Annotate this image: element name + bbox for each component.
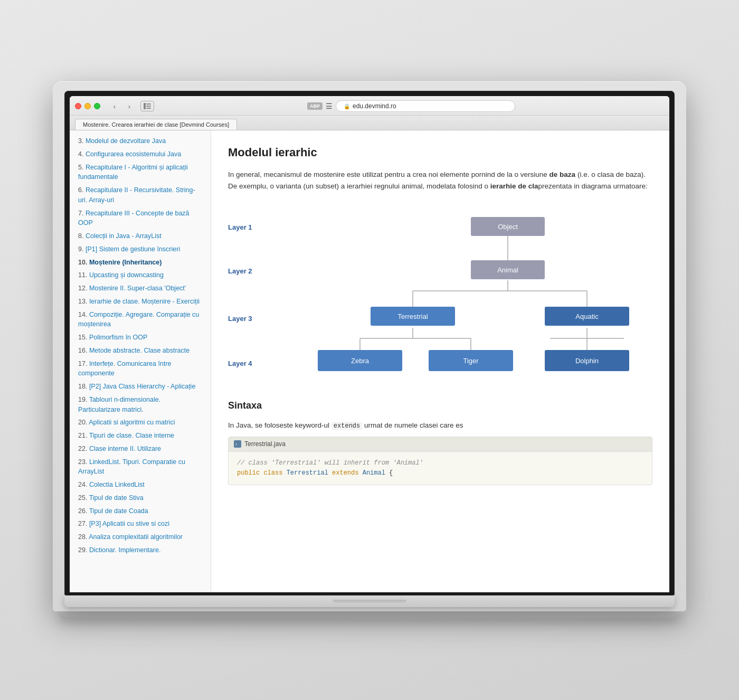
animal-label: Animal bbox=[497, 266, 518, 274]
browser-content: 3. Modelul de dezvoltare Java 4. Configu… bbox=[70, 130, 669, 592]
layer2-label: Layer 2 bbox=[228, 267, 252, 275]
terrestrial-classname: Terrestrial bbox=[287, 469, 328, 477]
sidebar-item-27[interactable]: 27. [P3] Aplicatii cu stive si cozi bbox=[70, 517, 211, 531]
url-text: edu.devmind.ro bbox=[353, 102, 396, 110]
aquatic-label: Aquatic bbox=[575, 313, 599, 320]
sidebar-item-14[interactable]: 14. Compoziție. Agregare. Comparație cu … bbox=[70, 308, 211, 332]
sidebar-item-6[interactable]: 6. Recapitulare II - Recursivitate. Stri… bbox=[70, 184, 211, 207]
sidebar-item-23[interactable]: 23. LinkedList. Tipuri. Comparatie cu Ar… bbox=[70, 456, 211, 479]
layer1-label: Layer 1 bbox=[228, 223, 252, 231]
code-tab-bar: J Terrestrial.java bbox=[229, 437, 652, 452]
sidebar-item-10[interactable]: 10. Moștenire (Inheritance) bbox=[70, 256, 211, 269]
layer4-label: Layer 4 bbox=[228, 360, 252, 367]
laptop-bottom bbox=[64, 595, 675, 607]
sidebar-item-15[interactable]: 15. Polimorfism în OOP bbox=[70, 331, 211, 344]
active-tab[interactable]: Mostenire. Crearea ierarhiei de clase [D… bbox=[75, 119, 237, 130]
sidebar-item-20[interactable]: 20. Aplicatii si algoritmi cu matrici bbox=[70, 416, 211, 429]
java-file-icon: J bbox=[234, 440, 241, 448]
close-button[interactable] bbox=[75, 103, 81, 109]
code-line-2: public class Terrestrial extends bbox=[237, 468, 643, 478]
minimize-button[interactable] bbox=[84, 103, 91, 109]
sidebar-item-17[interactable]: 17. Interfețe. Comunicarea între compone… bbox=[70, 357, 211, 381]
svg-text:J: J bbox=[235, 442, 237, 447]
sidebar-item-13[interactable]: 13. Ierarhie de clase. Moștenire - Exerc… bbox=[70, 295, 211, 308]
syntax-paragraph: In Java, se foloseste keyword-ul extends… bbox=[228, 420, 652, 431]
zebra-label: Zebra bbox=[351, 357, 369, 365]
sidebar-item-5[interactable]: 5. Recapitulare I - Algoritmi și aplicaț… bbox=[70, 161, 211, 184]
sidebar-item-19[interactable]: 19. Tablouri n-dimensionale. Particulari… bbox=[70, 393, 211, 417]
syntax-title: Sintaxa bbox=[228, 398, 652, 413]
sidebar-item-7[interactable]: 7. Recapitulare III - Concepte de bază O… bbox=[70, 207, 211, 230]
sidebar-item-16[interactable]: 16. Metode abstracte. Clase abstracte bbox=[70, 344, 211, 357]
sidebar-item-21[interactable]: 21. Tipuri de clase. Clase interne bbox=[70, 429, 211, 442]
code-content: // class 'Terrestrial' will inherit from… bbox=[229, 452, 652, 485]
browser-chrome: ‹ › ABP ☰ bbox=[70, 96, 669, 116]
code-line-1: // class 'Terrestrial' will inherit from… bbox=[237, 458, 643, 468]
maximize-button[interactable] bbox=[94, 103, 100, 109]
animal-classname: Animal bbox=[363, 469, 385, 477]
sidebar-item-29[interactable]: 29. Dictionar. Implementare. bbox=[70, 544, 211, 557]
address-bar-container: ABP ☰ 🔒 edu.devmind.ro bbox=[158, 100, 664, 112]
svg-rect-1 bbox=[146, 103, 151, 105]
main-content: Modelul ierarhic In general, mecanismul … bbox=[211, 130, 669, 592]
class-keyword: class bbox=[263, 469, 282, 477]
adblock-button[interactable]: ABP bbox=[307, 102, 323, 110]
back-button[interactable]: ‹ bbox=[108, 101, 121, 111]
sidebar-item-24[interactable]: 24. Colectia LinkedList bbox=[70, 478, 211, 491]
address-bar[interactable]: 🔒 edu.devmind.ro bbox=[336, 100, 515, 112]
sidebar: 3. Modelul de dezvoltare Java 4. Configu… bbox=[70, 130, 211, 592]
page-title: Modelul ierarhic bbox=[228, 143, 652, 162]
sidebar-item-12[interactable]: 12. Mostenire II. Super-clasa 'Object' bbox=[70, 282, 211, 295]
laptop-wrapper: ‹ › ABP ☰ bbox=[53, 81, 686, 619]
extends-keyword: extends bbox=[331, 422, 362, 430]
code-tab-label: Terrestrial.java bbox=[244, 439, 286, 449]
traffic-lights bbox=[75, 103, 100, 109]
hierarchy-diagram: Layer 1 Layer 2 Layer 3 Layer 4 bbox=[228, 202, 652, 385]
layer3-label: Layer 3 bbox=[228, 315, 252, 323]
sidebar-icon bbox=[144, 103, 151, 109]
sidebar-item-9[interactable]: 9. [P1] Sistem de gestiune înscrieri bbox=[70, 243, 211, 256]
public-keyword: public bbox=[237, 469, 260, 477]
laptop-body: ‹ › ABP ☰ bbox=[53, 81, 686, 611]
syntax-section: Sintaxa In Java, se foloseste keyword-ul… bbox=[228, 398, 652, 486]
sidebar-item-3[interactable]: 3. Modelul de dezvoltare Java bbox=[70, 135, 211, 148]
terrestrial-label: Terrestrial bbox=[397, 313, 428, 320]
lock-icon: 🔒 bbox=[344, 103, 350, 109]
sidebar-item-22[interactable]: 22. Clase interne II. Utilizare bbox=[70, 442, 211, 456]
code-block: J Terrestrial.java // class 'Terrestrial… bbox=[228, 437, 652, 486]
tiger-label: Tiger bbox=[463, 357, 479, 365]
tab-bar: Mostenire. Crearea ierarhiei de clase [D… bbox=[70, 116, 669, 130]
sidebar-toggle-button[interactable] bbox=[140, 101, 154, 111]
intro-paragraph: In general, mecanismul de mostenire este… bbox=[228, 169, 652, 192]
menu-button[interactable]: ☰ bbox=[326, 102, 333, 110]
sidebar-item-11[interactable]: 11. Upcasting și downcasting bbox=[70, 269, 211, 282]
svg-rect-2 bbox=[146, 106, 151, 107]
browser-window: ‹ › ABP ☰ bbox=[70, 96, 669, 592]
sidebar-item-8[interactable]: 8. Colecții in Java - ArrayList bbox=[70, 230, 211, 243]
laptop-notch bbox=[333, 600, 406, 603]
sidebar-item-4[interactable]: 4. Configurarea ecosistemului Java bbox=[70, 148, 211, 161]
screen-bezel: ‹ › ABP ☰ bbox=[64, 91, 675, 595]
svg-rect-3 bbox=[146, 108, 151, 109]
sidebar-item-28[interactable]: 28. Analiza complexitatii algoritmilor bbox=[70, 531, 211, 544]
extends-code: extends bbox=[332, 469, 358, 477]
sidebar-item-26[interactable]: 26. Tipul de date Coada bbox=[70, 505, 211, 518]
laptop-base bbox=[58, 611, 681, 619]
forward-button[interactable]: › bbox=[122, 101, 136, 111]
svg-rect-0 bbox=[144, 103, 146, 109]
sidebar-item-25[interactable]: 25. Tipul de date Stiva bbox=[70, 491, 211, 505]
dolphin-label: Dolphin bbox=[575, 357, 599, 365]
code-comment: // class 'Terrestrial' will inherit from… bbox=[237, 459, 423, 467]
diagram-svg: Layer 1 Layer 2 Layer 3 Layer 4 bbox=[228, 202, 640, 382]
object-label: Object bbox=[498, 223, 518, 231]
sidebar-item-18[interactable]: 18. [P2] Java Class Hierarchy - Aplicați… bbox=[70, 380, 211, 393]
nav-buttons: ‹ › bbox=[108, 101, 136, 111]
